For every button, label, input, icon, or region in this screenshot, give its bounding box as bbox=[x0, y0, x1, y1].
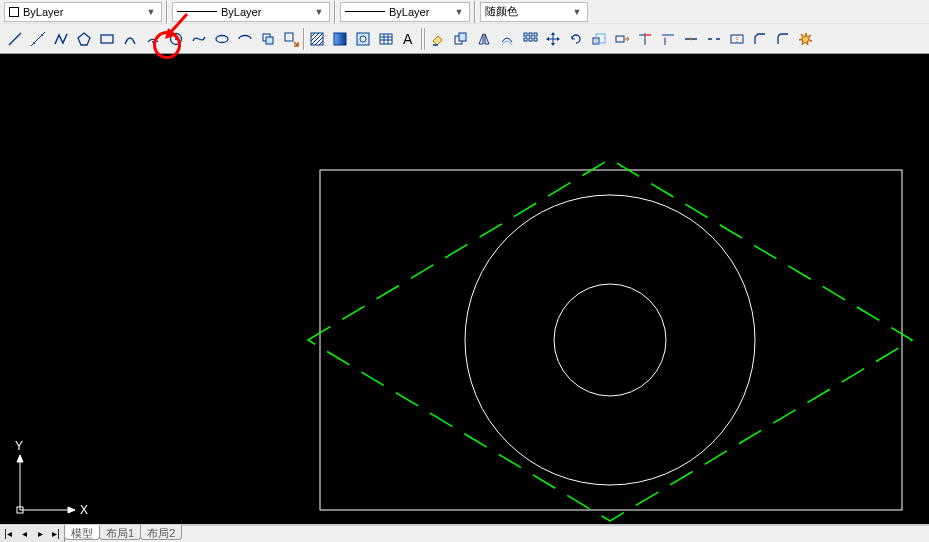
arc-3p-tool[interactable] bbox=[119, 28, 141, 50]
region-tool[interactable] bbox=[352, 28, 374, 50]
divider bbox=[166, 1, 168, 23]
svg-rect-5 bbox=[101, 35, 113, 43]
svg-line-1 bbox=[31, 32, 45, 46]
svg-line-17 bbox=[315, 37, 323, 45]
ellipse-arc-tool[interactable] bbox=[234, 28, 256, 50]
svg-point-61 bbox=[554, 284, 666, 396]
line-tool[interactable] bbox=[4, 28, 26, 50]
divider bbox=[303, 28, 305, 50]
svg-point-3 bbox=[41, 34, 43, 36]
tab-nav-first[interactable]: |◂ bbox=[0, 526, 16, 542]
erase-tool[interactable] bbox=[427, 28, 449, 50]
tab-nav-prev[interactable]: ◂ bbox=[16, 526, 32, 542]
properties-toolbar: ByLayer ▼ ByLayer ▼ ByLayer ▼ 随颜色 ▼ bbox=[0, 0, 929, 24]
chevron-down-icon: ▼ bbox=[451, 7, 467, 17]
linetype-label: ByLayer bbox=[221, 6, 307, 18]
drawing-canvas[interactable]: X Y bbox=[0, 54, 929, 524]
fillet-tool[interactable] bbox=[772, 28, 794, 50]
insert-block-tool[interactable] bbox=[257, 28, 279, 50]
tab-model[interactable]: 模型 bbox=[64, 525, 100, 540]
mirror-tool[interactable] bbox=[473, 28, 495, 50]
plotstyle-dropdown[interactable]: 随颜色 ▼ bbox=[480, 2, 588, 22]
break-tool[interactable] bbox=[703, 28, 725, 50]
svg-line-14 bbox=[311, 33, 315, 37]
svg-rect-36 bbox=[529, 38, 532, 41]
lineweight-sample-icon bbox=[345, 11, 385, 12]
rotate-tool[interactable] bbox=[565, 28, 587, 50]
lineweight-dropdown[interactable]: ByLayer ▼ bbox=[340, 2, 470, 22]
arc-tool[interactable] bbox=[142, 28, 164, 50]
svg-point-8 bbox=[175, 38, 177, 40]
lineweight-label: ByLayer bbox=[389, 6, 447, 18]
circle-tool[interactable] bbox=[165, 28, 187, 50]
explode-tool[interactable] bbox=[795, 28, 817, 50]
construction-line-tool[interactable] bbox=[27, 28, 49, 50]
svg-point-60 bbox=[465, 195, 755, 485]
svg-marker-4 bbox=[78, 33, 90, 45]
draw-modify-toolbar: A bbox=[0, 24, 929, 54]
svg-marker-59 bbox=[308, 159, 912, 521]
make-block-tool[interactable] bbox=[280, 28, 302, 50]
color-dropdown[interactable]: ByLayer ▼ bbox=[4, 2, 162, 22]
svg-point-2 bbox=[33, 42, 35, 44]
extend-tool[interactable] bbox=[657, 28, 679, 50]
svg-marker-65 bbox=[17, 455, 23, 462]
tab-layout1[interactable]: 布局1 bbox=[99, 525, 141, 540]
svg-line-18 bbox=[319, 41, 323, 45]
svg-line-15 bbox=[311, 33, 319, 41]
tab-layout2[interactable]: 布局2 bbox=[140, 525, 182, 540]
svg-rect-35 bbox=[524, 38, 527, 41]
text-tool[interactable]: A bbox=[398, 28, 420, 50]
tab-bar-remainder bbox=[182, 525, 929, 542]
stretch-tool[interactable] bbox=[611, 28, 633, 50]
svg-rect-42 bbox=[616, 36, 624, 42]
ucs-y-label: Y bbox=[15, 439, 23, 453]
svg-rect-30 bbox=[459, 33, 466, 41]
ellipse-tool[interactable] bbox=[211, 28, 233, 50]
divider bbox=[334, 1, 336, 23]
svg-marker-63 bbox=[68, 507, 75, 513]
svg-rect-22 bbox=[380, 34, 392, 44]
svg-rect-12 bbox=[285, 33, 293, 41]
tab-nav-buttons: |◂ ◂ ▸ ▸| bbox=[0, 525, 65, 542]
chevron-down-icon: ▼ bbox=[569, 7, 585, 17]
svg-point-9 bbox=[216, 35, 228, 42]
divider bbox=[421, 28, 423, 50]
move-tool[interactable] bbox=[542, 28, 564, 50]
svg-rect-58 bbox=[320, 170, 902, 510]
polygon-tool[interactable] bbox=[73, 28, 95, 50]
polyline-tool[interactable] bbox=[50, 28, 72, 50]
break-at-point-tool[interactable] bbox=[680, 28, 702, 50]
spline-tool[interactable] bbox=[188, 28, 210, 50]
svg-rect-34 bbox=[534, 33, 537, 36]
divider bbox=[424, 28, 426, 50]
ucs-x-label: X bbox=[80, 503, 88, 517]
trim-tool[interactable] bbox=[634, 28, 656, 50]
chamfer-tool[interactable] bbox=[749, 28, 771, 50]
hatch-tool[interactable] bbox=[306, 28, 328, 50]
svg-rect-19 bbox=[334, 33, 346, 45]
color-swatch-icon bbox=[9, 7, 19, 17]
table-tool[interactable] bbox=[375, 28, 397, 50]
linetype-dropdown[interactable]: ByLayer ▼ bbox=[172, 2, 330, 22]
linetype-sample-icon bbox=[177, 11, 217, 12]
divider bbox=[474, 1, 476, 23]
svg-rect-11 bbox=[266, 37, 273, 44]
join-tool[interactable] bbox=[726, 28, 748, 50]
plotstyle-label: 随颜色 bbox=[485, 4, 565, 19]
chevron-down-icon: ▼ bbox=[143, 7, 159, 17]
color-label: ByLayer bbox=[23, 6, 139, 18]
svg-point-51 bbox=[690, 37, 692, 39]
layout-tab-bar: |◂ ◂ ▸ ▸| 模型 布局1 布局2 bbox=[0, 524, 929, 542]
gradient-tool[interactable] bbox=[329, 28, 351, 50]
copy-tool[interactable] bbox=[450, 28, 472, 50]
offset-tool[interactable] bbox=[496, 28, 518, 50]
rectangle-tool[interactable] bbox=[96, 28, 118, 50]
svg-rect-37 bbox=[534, 38, 537, 41]
svg-point-6 bbox=[152, 41, 154, 43]
tab-nav-next[interactable]: ▸ bbox=[32, 526, 48, 542]
array-tool[interactable] bbox=[519, 28, 541, 50]
drawing-svg: X Y bbox=[0, 54, 929, 524]
tab-nav-last[interactable]: ▸| bbox=[48, 526, 64, 542]
scale-tool[interactable] bbox=[588, 28, 610, 50]
